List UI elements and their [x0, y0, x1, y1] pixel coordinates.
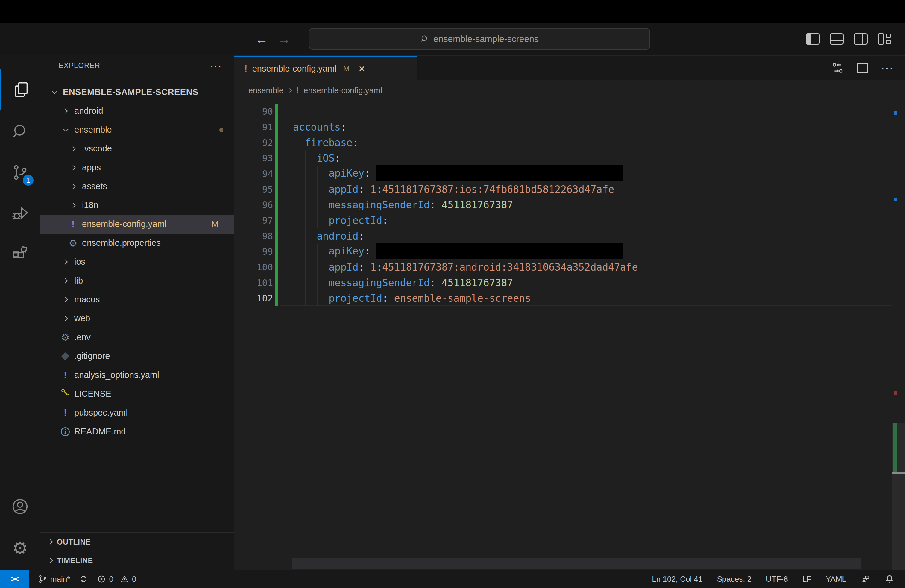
tree-item-ensemble-properties[interactable]: ⚙ensemble.properties	[40, 234, 234, 253]
chevron-right-icon	[71, 165, 76, 170]
tree-item-label: README.md	[74, 427, 126, 437]
activitybar-search[interactable]	[0, 110, 40, 153]
tree-item-ensemble[interactable]: ensemble	[40, 120, 234, 139]
forward-button[interactable]: →	[275, 23, 294, 55]
code-line-102[interactable]: 102 projectId: ensemble-sample-screens	[234, 291, 892, 306]
code-line-95[interactable]: 95 appId: 1:451181767387:ios:74fb681bd58…	[234, 181, 892, 197]
tree-item-android[interactable]: android	[40, 102, 234, 120]
chevron-right-icon	[71, 184, 76, 189]
toggle-secondary-sidebar-icon[interactable]	[854, 33, 868, 44]
feedback-item[interactable]	[861, 574, 870, 584]
remote-indicator[interactable]: ><	[0, 570, 29, 588]
toggle-primary-sidebar-icon[interactable]	[806, 33, 820, 44]
tree-item-readme-md[interactable]: iREADME.md	[40, 422, 234, 441]
back-button[interactable]: ←	[252, 23, 271, 55]
yaml-file-icon: !	[64, 369, 67, 380]
activitybar-run-debug[interactable]	[0, 192, 40, 234]
git-branch-item[interactable]: main*	[38, 575, 70, 584]
tree-item-assets[interactable]: assets	[40, 177, 234, 196]
command-center-search[interactable]: ensemble-sample-screens	[309, 28, 650, 50]
breadcrumb-file[interactable]: ensemble-config.yaml	[303, 86, 382, 95]
sync-changes-item[interactable]	[79, 575, 88, 583]
activitybar-source-control[interactable]: 1	[0, 151, 40, 194]
toggle-panel-icon[interactable]	[830, 33, 844, 44]
activitybar-extensions[interactable]	[0, 233, 40, 275]
code-line-93[interactable]: 93 iOS:	[234, 150, 892, 166]
split-editor-icon[interactable]	[857, 63, 868, 73]
search-icon	[11, 122, 29, 140]
chevron-right-icon	[63, 297, 68, 302]
file-tree: ENSEMBLE-SAMPLE-SCREENSandroidensemble.v…	[40, 83, 234, 441]
code-line-92[interactable]: 92 firebase:	[234, 135, 892, 150]
yaml-file-icon: !	[296, 86, 298, 95]
line-number: 92	[234, 137, 273, 148]
eol-item[interactable]: LF	[802, 575, 811, 584]
tree-item--gitignore[interactable]: .gitignore	[40, 347, 234, 366]
code-line-101[interactable]: 101 messagingSenderId: 451181767387	[234, 275, 892, 291]
tree-item-web[interactable]: web	[40, 309, 234, 328]
breadcrumb: ensemble ! ensemble-config.yaml	[234, 79, 905, 101]
chevron-right-icon	[71, 203, 76, 208]
code-line-99[interactable]: 99 apiKey:	[234, 244, 892, 259]
tree-item-pubspec-yaml[interactable]: !pubspec.yaml	[40, 403, 234, 422]
open-changes-icon[interactable]	[831, 61, 844, 75]
breadcrumb-folder[interactable]: ensemble	[248, 86, 283, 95]
chevron-right-icon	[63, 278, 68, 283]
close-icon[interactable]: ×	[359, 63, 365, 75]
activitybar-settings[interactable]: ⚙	[0, 527, 40, 569]
workspace-search-label: ensemble-sample-screens	[433, 34, 539, 44]
explorer-more-actions-icon[interactable]: ···	[210, 60, 222, 72]
tree-item-license[interactable]: LICENSE	[40, 385, 234, 403]
tab-ensemble-config[interactable]: ! ensemble-config.yaml M ×	[234, 56, 417, 80]
tab-git-modified-badge: M	[343, 64, 350, 73]
problems-item[interactable]: 0 0	[97, 575, 136, 584]
tree-item-lib[interactable]: lib	[40, 271, 234, 290]
indentation-item[interactable]: Spaces: 2	[717, 575, 751, 584]
tree-item-ensemble-config-yaml[interactable]: !ensemble-config.yamlM	[40, 215, 234, 234]
code-line-text: appId: 1:451181767387:android:3418310634…	[293, 261, 638, 273]
info-file-icon: i	[61, 427, 70, 436]
activitybar-explorer[interactable]	[0, 68, 40, 110]
timeline-section[interactable]: TIMELINE	[40, 551, 234, 569]
code-line-94[interactable]: 94 apiKey:	[234, 166, 892, 181]
language-mode-item[interactable]: YAML	[826, 575, 846, 584]
tree-indent-guide	[100, 158, 100, 177]
tab-bar: ! ensemble-config.yaml M × ⋯	[234, 55, 905, 79]
tree-indent-guide	[100, 139, 100, 158]
git-modified-badge: M	[211, 219, 219, 229]
encoding-item[interactable]: UTF-8	[766, 575, 788, 584]
source-control-badge: 1	[23, 175, 33, 186]
code-line-98[interactable]: 98 android:	[234, 228, 892, 244]
outline-section[interactable]: OUTLINE	[40, 532, 234, 551]
code-line-97[interactable]: 97 projectId:	[234, 213, 892, 228]
warnings-icon	[120, 575, 129, 583]
tree-item-macos[interactable]: macos	[40, 290, 234, 309]
customize-layout-icon[interactable]	[878, 33, 891, 44]
tree-item--env[interactable]: ⚙.env	[40, 328, 234, 347]
macos-menubar-area	[0, 0, 905, 23]
line-number: 100	[234, 262, 273, 272]
more-actions-icon[interactable]: ⋯	[881, 61, 894, 75]
code-line-96[interactable]: 96 messagingSenderId: 451181767387	[234, 197, 892, 213]
tree-item-ios[interactable]: ios	[40, 253, 234, 271]
tree-item-label: i18n	[82, 200, 98, 210]
code-line-100[interactable]: 100 appId: 1:451181767387:android:341831…	[234, 259, 892, 275]
activitybar-account[interactable]	[0, 486, 40, 528]
horizontal-scrollbar[interactable]	[292, 558, 861, 569]
tree-item-analysis-options-yaml[interactable]: !analysis_options.yaml	[40, 366, 234, 385]
tree-item-i18n[interactable]: i18n	[40, 196, 234, 215]
tree-item-label: analysis_options.yaml	[74, 370, 159, 380]
cursor-position-item[interactable]: Ln 102, Col 41	[652, 575, 702, 584]
code-line-90[interactable]: 90	[234, 103, 892, 119]
tree-item-label: .env	[74, 332, 90, 342]
code-editor[interactable]: 9091accounts:92 firebase:93 iOS:94 apiKe…	[234, 103, 892, 306]
tree-item--vscode[interactable]: .vscode	[40, 139, 234, 158]
tree-root-ensemble-sample-screens[interactable]: ENSEMBLE-SAMPLE-SCREENS	[40, 83, 234, 102]
tree-item-label: web	[74, 313, 90, 323]
tree-item-apps[interactable]: apps	[40, 158, 234, 177]
error-count: 0	[109, 575, 113, 584]
notifications-item[interactable]	[884, 574, 894, 584]
search-icon	[420, 35, 429, 43]
code-line-91[interactable]: 91accounts:	[234, 119, 892, 135]
overview-ruler-viewport-line	[892, 472, 905, 474]
